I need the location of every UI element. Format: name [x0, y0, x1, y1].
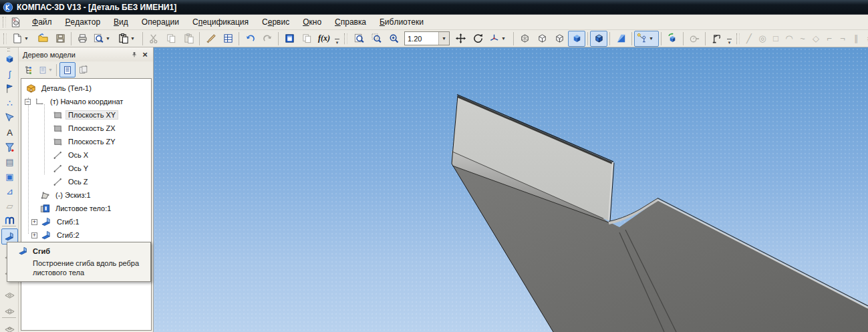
- expand-toggle[interactable]: +: [31, 232, 37, 238]
- print-button[interactable]: [74, 31, 91, 47]
- chevron-down-icon[interactable]: ▼: [438, 32, 449, 45]
- pan-button[interactable]: [452, 31, 469, 47]
- new-document-button[interactable]: ▼: [9, 31, 34, 47]
- insert-fragment-button[interactable]: ▼: [116, 31, 140, 47]
- build-drawing-button[interactable]: [708, 31, 725, 47]
- separator: [199, 32, 200, 45]
- tree-item-axis-x[interactable]: Ось X: [21, 148, 151, 162]
- display-hidden-thin-button[interactable]: [551, 31, 568, 47]
- origin-icon: [34, 96, 45, 108]
- tree-item-bend-2[interactable]: + Сгиб:2: [21, 228, 151, 242]
- half-tone-button[interactable]: [612, 31, 629, 47]
- stamping-button[interactable]: [1, 320, 18, 332]
- zoom-in-button[interactable]: [385, 31, 402, 47]
- menu-window[interactable]: Окно: [296, 15, 328, 29]
- properties-table-button[interactable]: [219, 31, 237, 47]
- zoom-level-value[interactable]: 1.20: [405, 35, 438, 43]
- menu-service[interactable]: Сервис: [255, 15, 296, 29]
- rebuild-model-button[interactable]: [664, 31, 681, 47]
- rotate-button[interactable]: [469, 31, 486, 47]
- toolbar-grip[interactable]: [3, 17, 6, 27]
- chevron-down-icon: ▼: [501, 36, 506, 41]
- save-button[interactable]: [51, 31, 69, 47]
- tree-item-plane-zx[interactable]: Плоскость ZX: [21, 122, 151, 135]
- tree-item-plane-zy[interactable]: Плоскость ZY: [21, 135, 151, 148]
- orientation-button[interactable]: ▼: [486, 31, 511, 47]
- display-shaded-edges-button[interactable]: [590, 31, 607, 47]
- chamfer-tool-icon: ⌐: [823, 33, 836, 43]
- plate-hole-button[interactable]: [1, 285, 18, 301]
- tree-sections-view-button[interactable]: [76, 62, 92, 77]
- paste-button: [180, 31, 197, 47]
- spline-curves-button[interactable]: ʃ: [1, 65, 18, 81]
- app-logo-icon[interactable]: [3, 2, 13, 13]
- separator: [278, 32, 279, 45]
- viewport-3d[interactable]: [154, 47, 868, 332]
- tree-item-sketch[interactable]: (-) Эскиз:1: [21, 188, 151, 202]
- tree-item-axis-z[interactable]: Ось Z: [21, 175, 151, 188]
- arc-tool-icon: ◠: [782, 33, 796, 43]
- sketch-icon: [39, 190, 51, 201]
- points-array-button[interactable]: ∴: [1, 95, 18, 111]
- fragments-button: [298, 31, 315, 47]
- menu-help[interactable]: Справка: [328, 15, 373, 29]
- pin-icon[interactable]: [129, 49, 140, 59]
- tree-item-part[interactable]: Деталь (Тел-1): [21, 81, 151, 95]
- hatch-tool-icon: ≠: [863, 33, 868, 43]
- menu-libraries[interactable]: Библиотеки: [373, 15, 430, 29]
- tree-structure-view-button[interactable]: [59, 62, 76, 77]
- perspective-button[interactable]: ▼: [634, 31, 659, 47]
- plate-button[interactable]: [1, 301, 18, 317]
- solids-category-button[interactable]: [1, 51, 18, 67]
- menu-specification[interactable]: Спецификация: [186, 15, 255, 29]
- close-icon[interactable]: ×: [140, 49, 150, 59]
- axis-icon: [52, 176, 63, 188]
- zoom-fit-button[interactable]: [350, 31, 368, 47]
- expand-toggle[interactable]: +: [31, 219, 37, 225]
- separator: [683, 32, 684, 45]
- dimensions-text-button[interactable]: A: [1, 124, 18, 140]
- toolbar-grip[interactable]: [3, 33, 7, 44]
- variables-window-button[interactable]: [281, 31, 298, 47]
- menu-operations[interactable]: Операции: [135, 15, 186, 29]
- axis-icon: [52, 163, 63, 174]
- specification-button[interactable]: ▤: [1, 154, 18, 170]
- print-preview-button[interactable]: ▼: [91, 31, 116, 47]
- snap-point-button[interactable]: [1, 80, 18, 96]
- zoom-area-button[interactable]: [368, 31, 385, 47]
- main-toolbar: ▼ ▼ ▼ f(x) ▾ 1.20 ▼ ▼ ▼ ▾ ╱ ◎ □ ◠ ~ ◇: [0, 30, 868, 47]
- copy-button: [162, 31, 180, 47]
- report-button[interactable]: ▣: [1, 168, 18, 184]
- toolbar-overflow-button[interactable]: ▾: [333, 32, 341, 45]
- separator: [71, 32, 71, 45]
- display-wireframe-button[interactable]: [516, 31, 533, 47]
- separator: [661, 32, 662, 45]
- zoom-level-combobox[interactable]: 1.20 ▼: [404, 31, 450, 45]
- toolbar-grip[interactable]: [344, 33, 347, 44]
- toolbar-overflow-button[interactable]: ▾: [726, 32, 733, 45]
- collapse-toggle[interactable]: −: [25, 99, 31, 105]
- surfaces-button[interactable]: [1, 110, 18, 126]
- menu-editor[interactable]: Редактор: [59, 15, 108, 29]
- equation-button[interactable]: f(x): [315, 31, 333, 47]
- separator: [142, 32, 143, 45]
- tree-item-axis-y[interactable]: Ось Y: [21, 162, 151, 175]
- toolbar-grip[interactable]: [736, 33, 740, 44]
- chevron-down-icon: ▼: [106, 36, 110, 41]
- open-button[interactable]: [34, 31, 51, 47]
- measure-button[interactable]: ⊿: [1, 183, 18, 199]
- menu-file[interactable]: Файл: [25, 15, 59, 29]
- tree-item-sheet-body[interactable]: Листовое тело:1: [21, 202, 151, 215]
- chevron-down-icon: ▼: [649, 36, 654, 41]
- display-no-hidden-button[interactable]: [533, 31, 551, 47]
- tree-item-plane-xy[interactable]: Плоскость XY: [21, 108, 151, 122]
- menu-view[interactable]: Вид: [107, 15, 135, 29]
- tree-item-origin[interactable]: − (т) Начало координат: [21, 95, 151, 108]
- display-shaded-button[interactable]: [568, 31, 585, 47]
- copy-properties-button[interactable]: [202, 31, 219, 47]
- tree-item-bend-1[interactable]: + Сгиб:1: [21, 215, 151, 228]
- undo-button[interactable]: [241, 31, 259, 47]
- filters-button[interactable]: [1, 139, 18, 155]
- 3d-part[interactable]: [154, 47, 868, 332]
- tree-composition-button[interactable]: [21, 62, 37, 77]
